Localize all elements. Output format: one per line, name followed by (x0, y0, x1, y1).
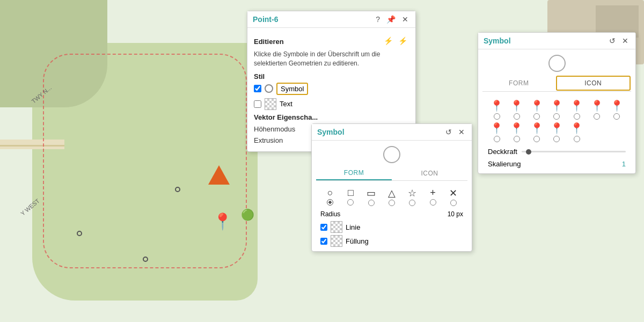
text-checkbox[interactable] (254, 100, 261, 108)
shape-square-icon[interactable]: □ (348, 187, 354, 199)
pin-blue-1[interactable]: 📍 (510, 99, 523, 112)
edit-icon-1[interactable]: ⚡ (382, 36, 394, 46)
pin-radio-8[interactable] (494, 136, 500, 142)
info-text: Klicke die Symbole in der Überschrift um… (254, 50, 409, 68)
symbol-right-controls: ↺ ✕ (608, 36, 630, 46)
pin-red-1[interactable]: 📍 (550, 99, 564, 112)
symbol-center-close[interactable]: ✕ (457, 127, 466, 137)
edit-icon-2[interactable]: ⚡ (397, 36, 409, 46)
icon-cell-1: 📍 (488, 99, 506, 120)
shape-plus-radio[interactable] (430, 199, 436, 206)
editieren-label: Editieren (254, 38, 284, 46)
shape-circle-radio[interactable] (327, 199, 333, 206)
fuellung-label: Füllung (346, 237, 369, 245)
symbol-center-refresh[interactable]: ↺ (444, 127, 453, 137)
shape-cell-triangle: △ (382, 187, 401, 206)
extrusion-label: Extrusion (254, 136, 283, 144)
symbol-right-header: Symbol ↺ ✕ (478, 33, 635, 49)
fuellung-row: Füllung (316, 234, 467, 248)
pin-green-2[interactable]: 📍 (610, 99, 624, 112)
symbol-center-header: Symbol ↺ ✕ (312, 124, 472, 141)
symbol-radio[interactable] (265, 84, 273, 93)
symbol-right-close[interactable]: ✕ (620, 36, 630, 46)
pin-black-2[interactable]: 📍 (570, 99, 583, 112)
pin-radio-2[interactable] (514, 113, 520, 120)
tab-form-center[interactable]: FORM (316, 166, 392, 180)
pin-radio-5[interactable] (574, 113, 580, 120)
shape-plus-icon[interactable]: + (430, 187, 436, 199)
icon-cell-8: 📍 (488, 122, 506, 142)
pin-radio-1[interactable] (494, 113, 500, 120)
editieren-icons: ⚡ ⚡ (382, 36, 409, 46)
symbol-center-title: Symbol (317, 128, 345, 136)
stil-label: Stil (254, 72, 409, 80)
skalierung-row: Skalierung 1 (482, 158, 631, 170)
shape-x-icon[interactable]: ✕ (449, 187, 457, 199)
pin-red-3[interactable]: 📍 (570, 122, 583, 135)
shape-rect-icon[interactable]: ▭ (367, 187, 376, 199)
symbol-right-title: Symbol (484, 36, 511, 45)
symbol-right-refresh[interactable]: ↺ (608, 36, 617, 46)
red-pin-marker: 📍 (213, 212, 232, 231)
deckkraft-slider[interactable] (522, 151, 626, 152)
slider-handle[interactable] (526, 149, 531, 155)
symbol-text: Symbol (276, 83, 308, 95)
linie-checkbox[interactable] (320, 224, 327, 231)
shape-rect-radio[interactable] (368, 200, 375, 206)
shape-cell-rect: ▭ (362, 187, 381, 206)
radius-value: 10 px (448, 210, 463, 218)
panel-point6-controls: ? 📌 ✕ (374, 14, 410, 24)
shape-star-radio[interactable] (409, 200, 415, 206)
pin-radio-11[interactable] (553, 136, 560, 142)
shape-cell-square: □ (341, 187, 360, 206)
fuellung-checkbox[interactable] (320, 238, 327, 245)
symbol-center-controls: ↺ ✕ (444, 127, 466, 137)
symbol-checkbox[interactable] (254, 85, 261, 92)
linie-checkerboard (331, 221, 342, 233)
icon-cell-11: 📍 (548, 122, 566, 142)
symbol-center-tabs: FORM ICON (316, 166, 467, 181)
triangle-marker (208, 165, 230, 185)
pin-radio-12[interactable] (574, 136, 580, 142)
pin-radio-4[interactable] (553, 113, 560, 120)
deckkraft-row: Deckkraft (482, 145, 631, 158)
pin-radio-10[interactable] (533, 136, 540, 142)
shapes-grid: ○ □ ▭ △ ☆ + ✕ (316, 185, 467, 208)
pin-green-1[interactable]: 📍 (530, 99, 544, 112)
pin-black-3[interactable]: 📍 (510, 122, 523, 135)
shape-x-radio[interactable] (450, 200, 457, 206)
pin-radio-9[interactable] (514, 136, 520, 142)
tab-icon-right[interactable]: ICON (556, 76, 631, 91)
skalierung-value: 1 (622, 160, 626, 168)
circle-marker-3 (77, 231, 82, 236)
icon-cell-12: 📍 (568, 122, 586, 142)
linie-row: Linie (316, 220, 467, 234)
pin-green-3[interactable]: 📍 (550, 122, 564, 135)
tab-icon-center[interactable]: ICON (392, 166, 467, 180)
shape-cell-x: ✕ (444, 187, 463, 206)
shape-square-radio[interactable] (347, 199, 354, 206)
center-preview-circle (383, 146, 400, 163)
pin-blue-2[interactable]: 📍 (590, 99, 604, 112)
pin-black-1[interactable]: 📍 (490, 99, 503, 112)
panel-point6-title: Point-6 (253, 15, 278, 24)
shape-triangle-icon[interactable]: △ (388, 187, 396, 199)
shape-cell-circle: ○ (320, 187, 340, 206)
shape-triangle-radio[interactable] (389, 200, 395, 206)
tab-form-right[interactable]: FORM (482, 75, 555, 91)
pin-radio-3[interactable] (533, 113, 540, 120)
pin-button[interactable]: 📌 (385, 14, 397, 24)
radius-row: Radius 10 px (316, 208, 467, 220)
shape-circle-icon[interactable]: ○ (327, 187, 333, 199)
pin-blue-3[interactable]: 📍 (530, 122, 544, 135)
icon-cell-9: 📍 (508, 122, 525, 142)
deckkraft-label: Deckkraft (488, 148, 517, 156)
help-button[interactable]: ? (374, 14, 382, 24)
pin-radio-7[interactable] (613, 113, 620, 120)
pin-radio-6[interactable] (594, 113, 600, 120)
close-button[interactable]: ✕ (400, 14, 410, 24)
icon-cell-4: 📍 (548, 99, 566, 120)
pin-red-2[interactable]: 📍 (490, 122, 503, 135)
shape-star-icon[interactable]: ☆ (408, 187, 416, 199)
symbol-row: Symbol (254, 83, 409, 95)
